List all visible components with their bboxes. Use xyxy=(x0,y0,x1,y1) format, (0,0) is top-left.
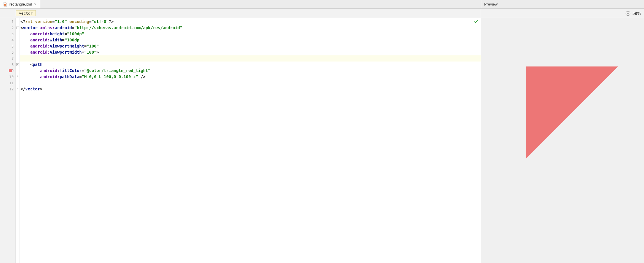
line-number: 8 xyxy=(0,62,15,68)
code-text-column[interactable]: <?xml version="1.0" encoding="utf-8"?><v… xyxy=(20,18,481,263)
fold-handle xyxy=(16,49,20,55)
editor-tab[interactable]: rectangle.xml × xyxy=(0,0,40,8)
fold-handle xyxy=(16,55,20,62)
line-number: 2 xyxy=(0,25,15,31)
preview-toolbar: 59% xyxy=(481,9,644,18)
code-line[interactable]: android:width="100dp" xyxy=(20,37,481,43)
code-line[interactable]: <vector xmlns:android="http://schemas.an… xyxy=(20,25,481,31)
fold-handle xyxy=(16,80,20,86)
code-line[interactable]: android:pathData="M 0,0 L 100,0 0,100 z"… xyxy=(20,74,481,80)
code-line[interactable]: android:viewportWidth="100"> xyxy=(20,49,481,55)
fold-handle xyxy=(16,74,20,80)
fold-handle xyxy=(16,19,20,25)
breadcrumb-bar: vector xyxy=(0,9,481,18)
code-line[interactable]: android:fillColor="@color/triangle_red_l… xyxy=(20,68,481,74)
fold-handle xyxy=(16,37,20,43)
preview-title-text: Preview xyxy=(484,2,498,6)
preview-canvas[interactable] xyxy=(481,18,644,263)
fold-handle xyxy=(16,86,20,92)
fold-handle xyxy=(16,31,20,37)
editor-pane: vector 123456789101112 <?xml version="1.… xyxy=(0,9,481,263)
code-area[interactable]: 123456789101112 <?xml version="1.0" enco… xyxy=(0,18,481,263)
gutter-color-swatch-icon[interactable] xyxy=(9,69,12,72)
inspection-pass-icon[interactable] xyxy=(474,19,478,24)
code-line[interactable]: </vector> xyxy=(20,86,481,92)
close-tab-icon[interactable]: × xyxy=(33,2,37,6)
line-number: 10 xyxy=(0,74,15,80)
line-number: 7 xyxy=(0,55,15,62)
line-number: 1 xyxy=(0,19,15,25)
code-line[interactable] xyxy=(20,55,481,62)
fold-handle[interactable] xyxy=(16,62,20,68)
preview-pane: 59% xyxy=(481,9,644,263)
app-root: rectangle.xml × Preview vector 123456789… xyxy=(0,0,644,263)
code-line[interactable] xyxy=(20,80,481,86)
code-line[interactable]: android:viewportHeight="100" xyxy=(20,43,481,49)
editor-tabbar: rectangle.xml × Preview xyxy=(0,0,644,9)
line-number: 4 xyxy=(0,37,15,43)
editor-tab-filename: rectangle.xml xyxy=(9,2,32,6)
zoom-level-label: 59% xyxy=(632,11,641,16)
line-number-gutter: 123456789101112 xyxy=(0,18,16,263)
line-number: 11 xyxy=(0,80,15,86)
preview-vector-shape xyxy=(526,66,618,159)
fold-column xyxy=(16,18,20,263)
fold-handle xyxy=(16,43,20,49)
preview-panel-title: Preview xyxy=(481,0,644,8)
code-line[interactable]: android:height="100dp" xyxy=(20,31,481,37)
zoom-out-icon[interactable] xyxy=(625,11,631,16)
fold-handle xyxy=(16,68,20,74)
fold-handle[interactable] xyxy=(16,25,20,31)
line-number: 6 xyxy=(0,49,15,55)
line-number: 12 xyxy=(0,86,15,92)
xml-file-icon xyxy=(3,2,8,7)
code-line[interactable]: <?xml version="1.0" encoding="utf-8"?> xyxy=(20,19,481,25)
main-split: vector 123456789101112 <?xml version="1.… xyxy=(0,9,644,263)
breadcrumb-chip[interactable]: vector xyxy=(16,10,36,16)
code-line[interactable]: <path xyxy=(20,62,481,68)
line-number: 3 xyxy=(0,31,15,37)
line-number: 9 xyxy=(0,68,15,74)
line-number: 5 xyxy=(0,43,15,49)
